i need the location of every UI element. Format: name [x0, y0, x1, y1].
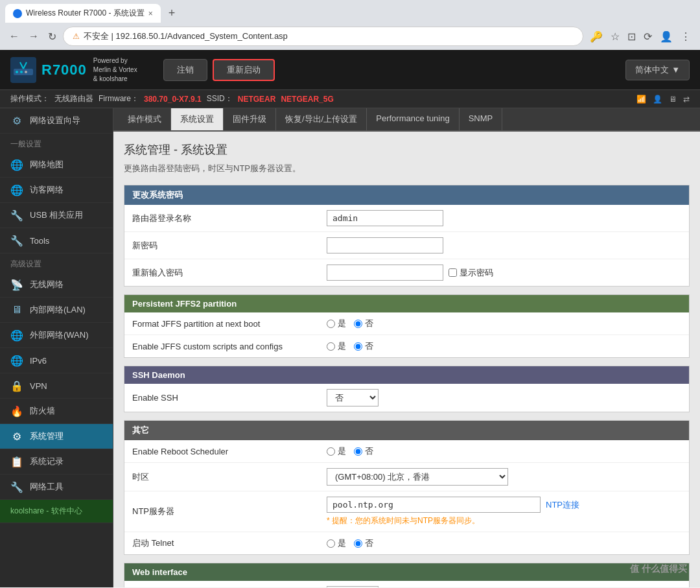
reboot-scheduler-radio: 是 否: [327, 445, 373, 457]
tab-snmp[interactable]: SNMP: [460, 108, 503, 130]
sidebar-item-ipv6[interactable]: 🌐 IPv6: [0, 348, 113, 373]
format-jffs-no-label[interactable]: 否: [354, 318, 373, 329]
users-icon: 👤: [653, 95, 662, 104]
enable-jffs-no-radio[interactable]: [354, 342, 362, 351]
change-password-section: 更改系统密码 路由器登录名称 新密码 重新输入密码: [124, 185, 690, 287]
tab-close-btn[interactable]: ×: [148, 9, 153, 18]
telnet-yes-label[interactable]: 是: [327, 537, 346, 549]
enable-ssh-select[interactable]: 否 是: [327, 389, 379, 406]
other-section: 其它 Enable Reboot Scheduler 是 否: [124, 420, 690, 555]
reboot-no-radio[interactable]: [354, 447, 362, 456]
telnet-yes-radio[interactable]: [327, 539, 335, 548]
sidebar-item-tools[interactable]: 🔧 Tools: [0, 228, 113, 253]
telnet-no-label[interactable]: 否: [354, 537, 373, 549]
enable-jffs-yes-radio[interactable]: [327, 342, 335, 351]
sidebar-item-nettools[interactable]: 🔧 网络工具: [0, 475, 113, 500]
address-bar[interactable]: ⚠ 不安全 | 192.168.50.1/Advanced_System_Con…: [63, 27, 583, 46]
new-password-input[interactable]: [327, 237, 443, 253]
sidebar-item-lan[interactable]: 🖥 内部网络(LAN): [0, 298, 113, 323]
sidebar-item-label: VPN: [30, 381, 47, 391]
form-row-ntp: NTP服务器 NTP连接 * 提醒：您的系统时间未与NTP服务器同步。: [124, 491, 689, 532]
wifi-icon: 📶: [636, 95, 646, 104]
usb-icon: ⇄: [683, 95, 690, 104]
sidebar-item-label: Tools: [30, 236, 49, 246]
username-control: [327, 210, 681, 226]
sidebar-item-koolshare[interactable]: koolshare - 软件中心: [0, 500, 113, 523]
web-interface-header: Web interface: [124, 563, 689, 581]
network-map-icon: 🌐: [10, 158, 23, 171]
enable-jffs-radio: 是 否: [327, 340, 373, 352]
sidebar-item-wireless[interactable]: 📡 无线网络: [0, 272, 113, 298]
bookmark-icon[interactable]: ☆: [608, 28, 622, 45]
enable-jffs-yes-label[interactable]: 是: [327, 340, 346, 352]
sidebar-item-guest-network[interactable]: 🌐 访客网络: [0, 178, 113, 203]
restart-button[interactable]: 重新启动: [213, 59, 275, 81]
page-content: 系统管理 - 系统设置 更换路由器登陆密码，时区与NTP服务器设置。 更改系统密…: [113, 132, 700, 587]
username-input[interactable]: [327, 210, 443, 226]
usb-apps-icon: 🔧: [10, 209, 23, 222]
firmware-label: Firmware：: [99, 93, 139, 104]
web-interface-section: Web interface 授权方式 HTTP HTTPS: [124, 563, 690, 587]
wan-icon: 🌐: [10, 329, 23, 342]
other-header: 其它: [124, 421, 689, 440]
page-title: 系统管理 - 系统设置: [124, 142, 690, 158]
ipv6-icon: 🌐: [10, 354, 23, 367]
sidebar-item-label: USB 相关应用: [30, 209, 83, 221]
sidebar-item-firewall[interactable]: 🔥 防火墙: [0, 399, 113, 424]
svg-point-3: [20, 71, 23, 73]
logout-button[interactable]: 注销: [163, 59, 207, 81]
jffs2-header: Persistent JFFS2 partition: [124, 295, 689, 312]
telnet-no-radio[interactable]: [354, 539, 362, 548]
username-label: 路由器登录名称: [132, 213, 327, 224]
router-icon: [10, 57, 36, 83]
tab-performance-tuning[interactable]: Performance tuning: [367, 108, 459, 130]
ntp-row: NTP连接: [327, 497, 579, 513]
sidebar-item-wizard[interactable]: ⚙ 网络设置向导: [0, 108, 113, 134]
reboot-yes-radio[interactable]: [327, 447, 335, 456]
show-password-label[interactable]: 显示密码: [449, 267, 493, 279]
sidebar-item-wan[interactable]: 🌐 外部网络(WAN): [0, 323, 113, 348]
tab-operation-mode[interactable]: 操作模式: [119, 108, 171, 130]
new-tab-button[interactable]: +: [163, 4, 181, 23]
sidebar-item-syslog[interactable]: 📋 系统记录: [0, 449, 113, 475]
browser-tab[interactable]: Wireless Router R7000 - 系统设置 ×: [5, 4, 161, 23]
timezone-select[interactable]: (GMT+08:00) 北京，香港: [327, 468, 508, 486]
password-manager-icon[interactable]: 🔑: [587, 28, 605, 45]
sidebar-item-sysadmin[interactable]: ⚙ 系统管理: [0, 424, 113, 449]
format-jffs-yes-label[interactable]: 是: [327, 318, 346, 329]
confirm-password-input[interactable]: [327, 265, 443, 281]
timezone-label: 时区: [132, 471, 327, 483]
format-jffs-yes-radio[interactable]: [327, 320, 335, 328]
confirmpassword-label: 重新输入密码: [132, 267, 327, 279]
sidebar-item-vpn[interactable]: 🔒 VPN: [0, 373, 113, 399]
tab-search-icon[interactable]: ⊡: [625, 28, 638, 45]
ssid-value2: NETGEAR_5G: [281, 95, 333, 104]
nettools-icon: 🔧: [10, 480, 23, 493]
enable-jffs-no-label[interactable]: 否: [354, 340, 373, 352]
tab-firmware-upgrade[interactable]: 固件升级: [224, 108, 276, 130]
menu-icon[interactable]: ⋮: [678, 28, 694, 45]
sidebar-item-label: 网络工具: [30, 481, 64, 493]
advanced-section-label: 高级设置: [0, 253, 113, 272]
format-jffs-no-radio[interactable]: [354, 320, 362, 328]
reboot-yes-label[interactable]: 是: [327, 445, 346, 457]
tab-restore-export[interactable]: 恢复/导出/上传设置: [276, 108, 367, 130]
show-password-checkbox[interactable]: [449, 268, 457, 277]
ssh-header: SSH Daemon: [124, 366, 689, 384]
tab-system-settings[interactable]: 系统设置: [171, 108, 224, 130]
reboot-no-label[interactable]: 否: [354, 445, 373, 457]
ntp-connect-link[interactable]: NTP连接: [546, 499, 579, 511]
router-logo: R7000 Powered by Merlin & Vortex & kools…: [10, 56, 137, 84]
profile-icon[interactable]: 👤: [657, 28, 675, 45]
refresh-button[interactable]: ↻: [45, 28, 59, 45]
sidebar-item-usb[interactable]: 🔧 USB 相关应用: [0, 203, 113, 228]
forward-button[interactable]: →: [26, 28, 41, 45]
back-button[interactable]: ←: [6, 28, 22, 45]
reload-icon[interactable]: ⟳: [641, 28, 655, 45]
language-button[interactable]: 简体中文 ▼: [625, 60, 690, 80]
ntp-server-input[interactable]: [327, 497, 541, 513]
auth-method-select[interactable]: HTTP HTTPS: [327, 586, 379, 587]
sidebar-item-network-map[interactable]: 🌐 网络地图: [0, 152, 113, 178]
format-jffs-radio: 是 否: [327, 318, 373, 329]
ssid-value1: NETGEAR: [238, 95, 276, 104]
